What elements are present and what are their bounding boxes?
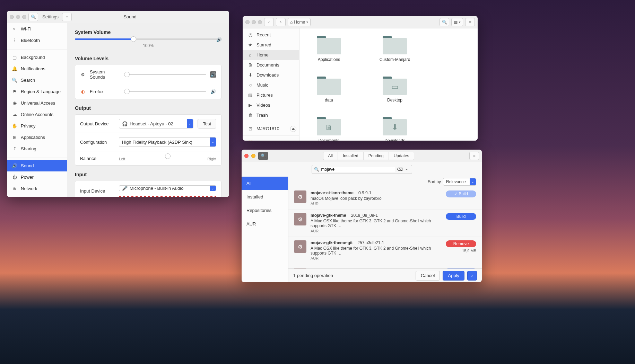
- window-max-icon[interactable]: [22, 15, 26, 19]
- pamac-side-all[interactable]: All: [242, 177, 288, 190]
- files-sidebar-trash[interactable]: 🗑Trash: [243, 110, 299, 120]
- sidebar-item-label: Power: [21, 175, 34, 180]
- sidebar-item-sound[interactable]: 🔊Sound: [7, 160, 67, 171]
- app-volume-row: ◐ Firefox 🔊: [75, 84, 221, 99]
- files-sidebar-home[interactable]: ⌂Home: [243, 50, 299, 60]
- files-sidebar-starred[interactable]: ★Starred: [243, 40, 299, 50]
- sidebar-item-sharing[interactable]: ⤴Sharing: [7, 143, 67, 154]
- package-row[interactable]: ⚙ dynamic-wallpaper-mojave-gnome-timed-g…: [288, 264, 482, 268]
- input-header: Input: [75, 172, 221, 177]
- package-row[interactable]: ⚙ mojave-ct-icon-theme0.9.9-1 macOs Moja…: [288, 187, 482, 210]
- sidebar-item-power[interactable]: ⏻Power: [7, 171, 67, 183]
- speaker-muted-icon[interactable]: 🔊: [210, 71, 216, 78]
- files-sidebar-downloads[interactable]: ⬇Downloads: [243, 70, 299, 80]
- window-close-icon[interactable]: [10, 15, 14, 19]
- search-toggle-button[interactable]: 🔍: [258, 152, 268, 160]
- tab-installed[interactable]: Installed: [338, 152, 364, 160]
- breadcrumb-home[interactable]: ⌂ Home ▾: [288, 18, 311, 26]
- disk-icon: ⊡: [247, 126, 253, 131]
- window-min-icon[interactable]: [252, 20, 256, 24]
- details-button[interactable]: ›: [467, 271, 477, 281]
- package-row[interactable]: ⚙ mojave-gtk-theme-git257.a3cfe21-1 A Ma…: [288, 237, 482, 264]
- sort-select[interactable]: Relevance ⌄: [443, 178, 476, 186]
- pamac-side-aur[interactable]: AUR: [242, 217, 288, 231]
- window-min-icon[interactable]: [16, 15, 20, 19]
- folder-custom-manjaro[interactable]: Custom-Manjaro: [376, 35, 414, 62]
- speaker-icon[interactable]: 🔊: [210, 88, 216, 95]
- search-button[interactable]: 🔍: [440, 18, 449, 26]
- output-device-select[interactable]: 🎧 Headset - Aptoyu - 02 ⌄: [119, 119, 193, 128]
- pamac-side-repositories[interactable]: Repositories: [242, 204, 288, 217]
- package-action-button[interactable]: Build: [446, 213, 476, 220]
- eject-icon[interactable]: ⏏: [290, 126, 296, 132]
- view-mode-button[interactable]: ▦ ▾: [451, 18, 463, 26]
- folder-desktop[interactable]: ▭Desktop: [376, 76, 414, 103]
- window-close-icon[interactable]: [245, 20, 250, 24]
- package-action-button[interactable]: ✓ Build: [446, 190, 476, 197]
- pamac-side-installed[interactable]: Installed: [242, 190, 288, 204]
- sidebar-item-label: Music: [256, 82, 268, 88]
- forward-button[interactable]: ›: [276, 18, 286, 26]
- back-button[interactable]: ‹: [264, 18, 274, 26]
- package-list[interactable]: ⚙ mojave-ct-icon-theme0.9.9-1 macOs Moja…: [288, 187, 482, 268]
- sidebar-item-notifications[interactable]: 🔔Notifications: [7, 63, 67, 74]
- net-icon: ≋: [12, 186, 17, 191]
- sidebar-item-background[interactable]: ▢Background: [7, 52, 67, 63]
- chevron-down-icon: ⌄: [210, 137, 216, 147]
- folder-downloads[interactable]: ⬇Downloads: [376, 116, 414, 141]
- bg-icon: ▢: [12, 55, 17, 60]
- hamburger-button[interactable]: ≡: [469, 152, 479, 160]
- window-min-icon[interactable]: [251, 154, 255, 158]
- hand-icon: ✋: [12, 123, 17, 128]
- sidebar-item-wi-fi[interactable]: ᯤWi-Fi: [7, 23, 67, 35]
- search-button[interactable]: 🔍: [28, 13, 38, 21]
- sidebar-item-bluetooth[interactable]: ᛒBluetooth: [7, 35, 67, 46]
- system-volume-slider[interactable]: [75, 38, 221, 40]
- output-device-label: Output Device: [80, 121, 115, 126]
- files-sidebar-mjro1810[interactable]: ⊡MJRO1810⏏: [243, 124, 299, 134]
- input-device-select[interactable]: 🎤 Microphone - Built-in Audio ⌄: [119, 185, 216, 191]
- clear-icon[interactable]: ⌫: [397, 167, 403, 172]
- search-input[interactable]: [321, 167, 395, 172]
- window-max-icon[interactable]: [258, 20, 262, 24]
- clock-icon: ◷: [247, 32, 253, 37]
- hamburger-button[interactable]: ≡: [62, 13, 72, 21]
- files-sidebar-pictures[interactable]: ▨Pictures: [243, 90, 299, 100]
- files-sidebar-music[interactable]: ♫Music: [243, 80, 299, 90]
- app-volume-slider[interactable]: [125, 91, 206, 92]
- files-sidebar-documents[interactable]: 🗎Documents: [243, 60, 299, 70]
- folder-data[interactable]: data: [310, 76, 348, 103]
- sidebar-item-online-accounts[interactable]: ☁Online Accounts: [7, 109, 67, 120]
- pamac-toolbar: 🔍 AllInstalledPendingUpdates ≡: [242, 150, 482, 162]
- sidebar-item-universal-access[interactable]: ◉Universal Access: [7, 97, 67, 109]
- files-sidebar-projects[interactable]: 📁Projects: [243, 137, 299, 141]
- chevron-down-icon: ⌄: [470, 178, 476, 185]
- folder-applications[interactable]: Applications: [310, 35, 348, 62]
- cancel-button[interactable]: Cancel: [416, 271, 440, 281]
- hamburger-button[interactable]: ≡: [465, 18, 475, 26]
- package-action-button[interactable]: Remove: [446, 240, 476, 247]
- files-sidebar-videos[interactable]: ▶Videos: [243, 100, 299, 110]
- files-content[interactable]: ApplicationsCustom-Manjarodata▭Desktop🗎D…: [299, 28, 478, 141]
- search-field[interactable]: 🔍 ⌫ ⌄: [312, 165, 412, 174]
- apply-button[interactable]: Apply: [443, 271, 464, 281]
- window-close-icon[interactable]: [244, 154, 249, 158]
- sidebar-item-privacy[interactable]: ✋Privacy: [7, 120, 67, 132]
- app-volume-slider[interactable]: [125, 74, 206, 75]
- package-row[interactable]: ⚙ mojave-gtk-theme2019_09_09-1 A Mac OSX…: [288, 210, 482, 237]
- sidebar-item-network[interactable]: ≋Network: [7, 183, 67, 194]
- tab-updates[interactable]: Updates: [389, 152, 414, 160]
- folder-documents[interactable]: 🗎Documents: [310, 116, 348, 141]
- tab-pending[interactable]: Pending: [364, 152, 389, 160]
- folder-icon: ▭: [383, 76, 407, 95]
- test-button[interactable]: Test: [198, 119, 216, 128]
- files-sidebar-recent[interactable]: ◷Recent: [243, 30, 299, 40]
- sidebar-item-search[interactable]: 🔍Search: [7, 74, 67, 86]
- tab-all[interactable]: All: [323, 152, 338, 160]
- pamac-sidebar: AllInstalledRepositoriesAUR: [242, 177, 288, 282]
- chevron-down-icon[interactable]: ⌄: [405, 166, 410, 172]
- sidebar-item-applications[interactable]: ⊞Applications: [7, 132, 67, 143]
- configuration-select[interactable]: High Fidelity Playback (A2DP Sink) ⌄: [119, 137, 216, 147]
- sidebar-item-region-language[interactable]: ⚑Region & Language: [7, 86, 67, 97]
- settings-content[interactable]: System Volume 100% 🔊 Volume Levels ⚙ Sys…: [67, 23, 229, 197]
